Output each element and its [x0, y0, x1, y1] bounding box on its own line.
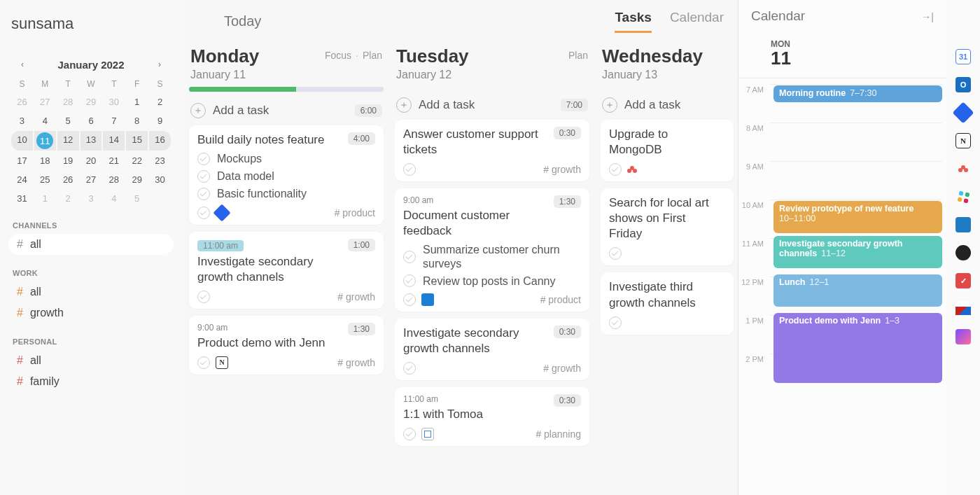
cal-day[interactable]: 4 [103, 190, 125, 207]
trello-icon[interactable] [955, 217, 971, 232]
task-complete-check[interactable] [403, 428, 416, 440]
cal-day[interactable]: 23 [149, 152, 171, 169]
calendar-event[interactable]: Investigate secondary growth channels11–… [774, 236, 942, 268]
gmail-icon[interactable] [955, 301, 971, 316]
channel-tag[interactable]: # growth [543, 164, 581, 175]
cal-day[interactable]: 28 [57, 93, 79, 111]
task-complete-check[interactable] [197, 207, 210, 219]
add-task-button[interactable]: ＋ Add a task [602, 97, 680, 113]
cal-day[interactable]: 2 [149, 93, 171, 111]
cal-day[interactable]: 4 [34, 112, 56, 130]
task-card[interactable]: 9:00 am Product demo with Jenn 1:30 N # … [189, 316, 384, 375]
outlook-icon[interactable]: O [955, 77, 971, 92]
subtask-check[interactable] [197, 153, 210, 165]
subtask-check[interactable] [403, 251, 416, 263]
add-task-button[interactable]: ＋ Add a task [396, 97, 475, 113]
cal-day[interactable]: 13 [80, 131, 102, 151]
notion-icon[interactable]: N [955, 133, 971, 148]
cal-prev-button[interactable]: ‹ [18, 57, 27, 72]
cal-day[interactable]: 29 [80, 93, 102, 111]
cal-day[interactable]: 7 [103, 112, 125, 130]
channel-tag[interactable]: # growth [337, 357, 375, 368]
cal-day[interactable]: 1 [126, 93, 148, 111]
cal-day[interactable]: 19 [57, 152, 79, 169]
slack-icon[interactable] [955, 189, 971, 204]
task-complete-check[interactable] [403, 362, 416, 375]
channel-tag[interactable]: # planning [536, 428, 581, 440]
task-card[interactable]: Build daily notes feature 4:00 Mockups D… [189, 125, 384, 225]
task-card[interactable]: Upgrade to MongoDB [601, 120, 734, 181]
cal-day[interactable]: 5 [57, 112, 79, 130]
calendar-hours-grid[interactable]: 7 AM 8 AM 9 AM 10 AM 11 AM 12 PM 1 PM 2 … [738, 78, 946, 392]
cal-day[interactable]: 1 [34, 190, 56, 207]
cal-day[interactable]: 22 [126, 152, 148, 169]
plan-button[interactable]: Plan [363, 50, 382, 61]
cal-day[interactable]: 10 [11, 131, 33, 151]
channel-work-all[interactable]: # all [8, 281, 174, 302]
channel-personal-all[interactable]: # all [8, 350, 174, 371]
cal-day[interactable]: 6 [80, 112, 102, 130]
channel-personal-family[interactable]: # family [8, 371, 174, 392]
plan-button[interactable]: Plan [568, 50, 588, 61]
subtask-check[interactable] [197, 188, 210, 200]
cal-day-today[interactable]: 11 [36, 132, 53, 149]
cal-day[interactable]: 27 [34, 93, 56, 111]
task-complete-check[interactable] [609, 316, 622, 329]
cal-day[interactable]: 24 [11, 171, 33, 188]
cal-day[interactable]: 18 [34, 152, 56, 169]
cal-day[interactable]: 20 [80, 152, 102, 169]
cal-day[interactable]: 26 [11, 93, 33, 111]
subtask-check[interactable] [403, 274, 416, 287]
channel-work-growth[interactable]: # growth [8, 302, 174, 323]
collapse-panel-icon[interactable]: →| [921, 11, 934, 22]
cal-day[interactable]: 28 [103, 171, 125, 188]
asana-icon[interactable] [955, 161, 971, 176]
channel-all[interactable]: # all [8, 234, 174, 255]
calendar-event[interactable]: Lunch12–1 [774, 274, 942, 307]
cal-day[interactable]: 5 [126, 190, 148, 207]
cal-day[interactable]: 17 [11, 152, 33, 169]
cal-day[interactable]: 30 [103, 93, 125, 111]
calendar-event[interactable]: Product demo with Jenn1–3 [774, 313, 942, 383]
task-card[interactable]: 9:00 am Document customer feedback 1:30 … [395, 188, 589, 312]
tab-calendar[interactable]: Calendar [670, 10, 724, 33]
cal-day[interactable]: 26 [57, 171, 79, 188]
cal-day[interactable]: 12 [57, 131, 79, 151]
cal-day[interactable]: 29 [126, 171, 148, 188]
clickup-icon[interactable] [955, 329, 971, 344]
channel-tag[interactable]: # growth [337, 291, 375, 302]
github-icon[interactable] [955, 245, 971, 260]
add-task-button[interactable]: ＋ Add a task [190, 103, 269, 118]
task-complete-check[interactable] [197, 356, 210, 369]
todoist-icon[interactable]: ✓ [955, 273, 971, 288]
cal-day[interactable]: 8 [126, 112, 148, 130]
task-complete-check[interactable] [403, 163, 416, 176]
cal-day[interactable]: 3 [80, 190, 102, 207]
cal-day[interactable]: 14 [103, 131, 125, 151]
cal-day[interactable]: 9 [149, 112, 171, 130]
task-card[interactable]: 11:00 am Investigate secondary growth ch… [189, 232, 384, 309]
task-card[interactable]: Investigate secondary growth channels 0:… [395, 319, 589, 380]
cal-day[interactable]: 30 [149, 171, 171, 188]
task-card[interactable]: Investigate third growth channels [601, 272, 734, 334]
mini-calendar[interactable]: S M T W T F S 26 27 28 29 30 1 2 3 4 5 6… [8, 76, 174, 207]
subtask-check[interactable] [197, 170, 210, 183]
cal-day[interactable]: 16 [149, 131, 171, 151]
calendar-event[interactable]: Morning routine7–7:30 [774, 85, 942, 102]
focus-button[interactable]: Focus [325, 50, 351, 61]
cal-day[interactable]: 2 [57, 190, 79, 207]
task-card[interactable]: Search for local art shows on First Frid… [601, 188, 734, 265]
calendar-event[interactable]: Review prototype of new feature10–11:00 [774, 201, 942, 233]
jira-icon[interactable] [952, 102, 974, 123]
cal-day[interactable]: 3 [11, 112, 33, 130]
task-complete-check[interactable] [609, 163, 622, 176]
channel-tag[interactable]: # growth [543, 363, 581, 374]
task-complete-check[interactable] [197, 291, 210, 303]
cal-day[interactable]: 15 [126, 131, 148, 151]
task-complete-check[interactable] [403, 293, 416, 306]
channel-tag[interactable]: # product [540, 294, 581, 305]
task-card[interactable]: 11:00 am 1:1 with Tomoa 0:30 # planning [395, 387, 589, 446]
task-complete-check[interactable] [609, 247, 622, 260]
cal-day[interactable]: 21 [103, 152, 125, 169]
today-label[interactable]: Today [224, 13, 261, 29]
